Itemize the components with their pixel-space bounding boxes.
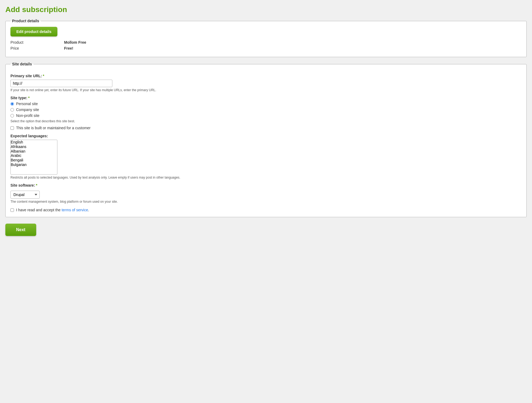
site-type-group: Site type:* Personal site Company site N…	[10, 96, 522, 123]
page-title: Add subscription	[5, 5, 527, 14]
price-row: Price Free!	[10, 46, 522, 50]
customer-checkbox[interactable]	[10, 126, 14, 130]
next-button[interactable]: Next	[5, 224, 36, 236]
product-label: Product	[10, 40, 64, 45]
customer-checkbox-label[interactable]: This site is built or maintained for a c…	[10, 126, 522, 130]
radio-company-input[interactable]	[10, 108, 14, 112]
product-row: Product Mollom Free	[10, 40, 522, 45]
radio-nonprofit[interactable]: Non-profit site	[10, 113, 522, 118]
software-hint: The content management system, blog plat…	[10, 200, 522, 204]
site-type-required-star: *	[28, 96, 29, 100]
radio-company[interactable]: Company site	[10, 108, 522, 112]
product-value: Mollom Free	[64, 40, 86, 45]
tos-checkbox[interactable]	[10, 208, 14, 212]
lang-english[interactable]: English	[11, 140, 57, 145]
radio-personal-input[interactable]	[10, 102, 14, 106]
url-hint: If your site is not online yet, enter it…	[10, 88, 522, 92]
languages-hint: Restricts all posts to selected language…	[10, 176, 522, 179]
lang-albanian[interactable]: Albanian	[11, 149, 57, 154]
url-field-group: Primary site URL:* If your site is not o…	[10, 74, 522, 92]
languages-group: Expected languages: English Afrikaans Al…	[10, 134, 522, 179]
product-details-section: Product details Edit product details Pro…	[5, 19, 527, 57]
languages-label: Expected languages:	[10, 134, 522, 138]
url-input[interactable]	[10, 80, 112, 87]
site-type-radio-group: Personal site Company site Non-profit si…	[10, 102, 522, 118]
languages-select[interactable]: English Afrikaans Albanian Arabic Bengal…	[10, 140, 57, 175]
lang-arabic[interactable]: Arabic	[11, 153, 57, 158]
site-details-section: Site details Primary site URL:* If your …	[5, 62, 527, 217]
radio-nonprofit-label: Non-profit site	[16, 113, 39, 118]
radio-personal-label: Personal site	[16, 102, 38, 106]
site-details-legend: Site details	[10, 62, 34, 66]
url-label: Primary site URL:*	[10, 74, 522, 78]
tos-checkbox-label[interactable]: I have read and accept the terms of serv…	[10, 208, 522, 212]
tos-text: I have read and accept the terms of serv…	[16, 208, 89, 212]
software-required-star: *	[36, 183, 37, 187]
radio-nonprofit-input[interactable]	[10, 114, 14, 117]
lang-afrikaans[interactable]: Afrikaans	[11, 145, 57, 149]
lang-bengali[interactable]: Bengali	[11, 158, 57, 162]
site-type-hint: Select the option that describes this si…	[10, 119, 522, 123]
customer-checkbox-text: This site is built or maintained for a c…	[16, 126, 91, 130]
edit-product-button[interactable]: Edit product details	[10, 27, 57, 36]
software-group: Site software:* Drupal WordPress Joomla …	[10, 183, 522, 204]
software-select[interactable]: Drupal WordPress Joomla Other	[10, 191, 40, 199]
site-type-label: Site type:*	[10, 96, 522, 100]
software-label: Site software:*	[10, 183, 522, 187]
lang-bulgarian[interactable]: Bulgarian	[11, 162, 57, 167]
product-details-legend: Product details	[10, 19, 41, 23]
tos-link[interactable]: terms of service	[62, 208, 88, 212]
radio-company-label: Company site	[16, 108, 39, 112]
price-value: Free!	[64, 46, 73, 50]
radio-personal[interactable]: Personal site	[10, 102, 522, 106]
url-required-star: *	[43, 74, 44, 78]
price-label: Price	[10, 46, 64, 50]
